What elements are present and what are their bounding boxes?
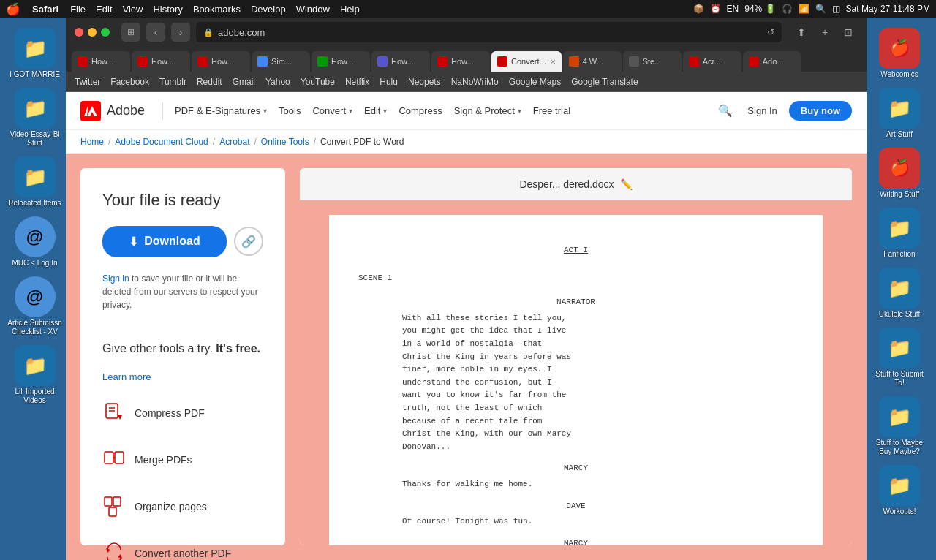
sign-in-link[interactable]: Sign In xyxy=(747,105,777,116)
split-view-button[interactable]: ⊡ xyxy=(839,23,858,42)
maximize-button[interactable] xyxy=(101,28,110,37)
edit-arrow: ▾ xyxy=(383,107,387,115)
desktop-icon-ukulele[interactable]: 📁 Ukulele Stuff xyxy=(867,265,932,322)
search-button[interactable]: 🔍 xyxy=(715,101,736,121)
adobe-logo: Adobe xyxy=(80,101,145,121)
nav-sign-protect[interactable]: Sign & Protect ▾ xyxy=(454,105,521,116)
menu-window[interactable]: Window xyxy=(296,4,330,15)
bookmark-google-translate[interactable]: Google Translate xyxy=(568,75,641,88)
buy-now-button[interactable]: Buy now xyxy=(789,101,852,121)
close-button[interactable] xyxy=(75,28,83,37)
desktop-icon-video-essay[interactable]: 📁 Video-Essay-Bl Stuff xyxy=(2,85,68,151)
menu-develop[interactable]: Develop xyxy=(251,4,286,15)
bookmark-tumblr[interactable]: Tumblr xyxy=(156,75,189,88)
nav-compress[interactable]: Compress xyxy=(399,105,442,116)
bookmark-reddit[interactable]: Reddit xyxy=(194,75,225,88)
desktop-icon-article[interactable]: @ Article Submissn Checklist - XV xyxy=(2,273,68,339)
tab-9[interactable]: Ste... xyxy=(623,51,682,72)
tool-merge-pdfs[interactable]: Merge PDFs xyxy=(102,444,263,476)
tab-10[interactable]: Acr... xyxy=(683,51,741,72)
bookmark-twitter[interactable]: Twitter xyxy=(72,75,103,88)
adobe-svg-icon xyxy=(84,105,97,118)
tool-organize-pages[interactable]: Organize pages xyxy=(102,491,263,523)
breadcrumb-home[interactable]: Home xyxy=(80,137,104,147)
tool-compress-pdf[interactable]: Compress PDF xyxy=(102,397,263,429)
convert-another-label: Convert another PDF xyxy=(135,548,231,559)
menu-history[interactable]: History xyxy=(153,4,182,15)
tab-2[interactable]: How... xyxy=(192,51,250,72)
menu-edit[interactable]: Edit xyxy=(96,4,112,15)
desktop-icon-fanfiction[interactable]: 📁 Fanfiction xyxy=(867,205,932,262)
minimize-button[interactable] xyxy=(88,28,97,37)
svg-rect-10 xyxy=(113,497,121,506)
tab-4[interactable]: How... xyxy=(312,51,370,72)
forward-button[interactable]: › xyxy=(171,23,190,42)
url-bar[interactable]: 🔒 adobe.com ↺ xyxy=(196,22,782,42)
pdf-signatures-arrow: ▾ xyxy=(263,107,267,115)
tab-6[interactable]: How... xyxy=(431,51,490,72)
download-button[interactable]: ⬇ Download xyxy=(102,226,227,257)
menu-view[interactable]: View xyxy=(123,4,143,15)
bookmark-youtube[interactable]: YouTube xyxy=(298,75,338,88)
dialogue-text-1: Thanks for walking me home. xyxy=(402,478,750,491)
sidebar-toggle-button[interactable]: ⊞ xyxy=(121,23,140,42)
app-name[interactable]: Safari xyxy=(32,4,58,15)
nav-pdf-signatures[interactable]: PDF & E-Signatures ▾ xyxy=(175,105,267,116)
bookmark-hulu[interactable]: Hulu xyxy=(377,75,401,88)
bookmark-google-maps[interactable]: Google Maps xyxy=(506,75,564,88)
document-scroll-area[interactable]: ACT I SCENE 1 NARRATOR With all these st… xyxy=(300,200,852,545)
share-button[interactable]: ⬆ xyxy=(792,23,811,42)
nav-convert[interactable]: Convert ▾ xyxy=(312,105,352,116)
tool-convert-another[interactable]: Convert another PDF xyxy=(102,537,263,560)
copy-link-button[interactable]: 🔗 xyxy=(234,227,263,256)
organize-pages-label: Organize pages xyxy=(135,501,207,512)
reload-icon[interactable]: ↺ xyxy=(767,27,774,37)
download-row: ⬇ Download 🔗 xyxy=(102,226,263,257)
tab-0[interactable]: How... xyxy=(72,51,130,72)
bookmark-neopets[interactable]: Neopets xyxy=(405,75,444,88)
desktop-icon-muc[interactable]: @ MUC < Log In xyxy=(2,213,68,270)
desktop-icon-relocated[interactable]: 📁 Relocated Items xyxy=(2,154,68,211)
desktop-icon-married[interactable]: 📁 I GOT MARRIE xyxy=(2,25,68,82)
tab-1[interactable]: How... xyxy=(132,51,190,72)
desktop-icon-writing[interactable]: 🍎 Writing Stuff xyxy=(867,145,932,202)
breadcrumb-acrobat[interactable]: Acrobat xyxy=(219,137,249,147)
bookmark-gmail[interactable]: Gmail xyxy=(230,75,258,88)
learn-more-link[interactable]: Learn more xyxy=(102,371,263,382)
bookmark-facebook[interactable]: Facebook xyxy=(107,75,152,88)
document-preview-panel: Desper... dered.docx ✏️ ACT I SCENE 1 NA… xyxy=(300,168,852,545)
tab-8[interactable]: 4 W... xyxy=(563,51,622,72)
breadcrumb-document-cloud[interactable]: Adobe Document Cloud xyxy=(115,137,208,147)
desktop-icon-buy[interactable]: 📁 Stuff to Maybe Buy Maybe? xyxy=(867,393,932,459)
bookmark-netflix[interactable]: Netflix xyxy=(342,75,372,88)
desktop-icon-webcomics[interactable]: 🍎 Webcomics xyxy=(867,25,932,82)
svg-rect-11 xyxy=(109,507,116,516)
menubar-right: 📦 ⏰ EN 94% 🔋 🎧 📶 🔍 ◫ Sat May 27 11:48 PM xyxy=(693,4,930,14)
compress-pdf-icon xyxy=(102,401,126,425)
nav-free-trial[interactable]: Free trial xyxy=(533,105,570,116)
desktop-icon-submit[interactable]: 📁 Stuff to Submit To! xyxy=(867,325,932,390)
desktop-icon-workouts[interactable]: 📁 Workouts! xyxy=(867,462,932,519)
tab-3[interactable]: Sim... xyxy=(252,51,310,72)
tab-active-convert[interactable]: Convert... ✕ xyxy=(491,51,562,72)
edit-filename-icon[interactable]: ✏️ xyxy=(620,178,633,190)
menu-bookmarks[interactable]: Bookmarks xyxy=(193,4,241,15)
breadcrumb-online-tools[interactable]: Online Tools xyxy=(261,137,309,147)
bookmark-nanowrimo[interactable]: NaNoWriMo xyxy=(448,75,502,88)
mac-menubar: 🍎 Safari File Edit View History Bookmark… xyxy=(0,0,936,18)
menu-file[interactable]: File xyxy=(70,4,86,15)
link-icon: 🔗 xyxy=(241,235,256,249)
apple-menu[interactable]: 🍎 xyxy=(6,2,20,16)
desktop-icon-art[interactable]: 📁 Art Stuff xyxy=(867,85,932,142)
desktop-icon-videos[interactable]: 📁 Lil' Imported Videos xyxy=(2,342,68,408)
nav-edit[interactable]: Edit ▾ xyxy=(364,105,387,116)
tab-11[interactable]: Ado... xyxy=(743,51,801,72)
new-tab-button[interactable]: + xyxy=(815,23,834,42)
tab-5[interactable]: How... xyxy=(371,51,430,72)
back-button[interactable]: ‹ xyxy=(146,23,165,42)
dialogue-character-1: MARCY xyxy=(358,462,793,475)
signin-link[interactable]: Sign in xyxy=(102,273,129,284)
nav-tools[interactable]: Tools xyxy=(279,105,301,116)
bookmark-yahoo[interactable]: Yahoo xyxy=(263,75,293,88)
menu-help[interactable]: Help xyxy=(340,4,360,15)
